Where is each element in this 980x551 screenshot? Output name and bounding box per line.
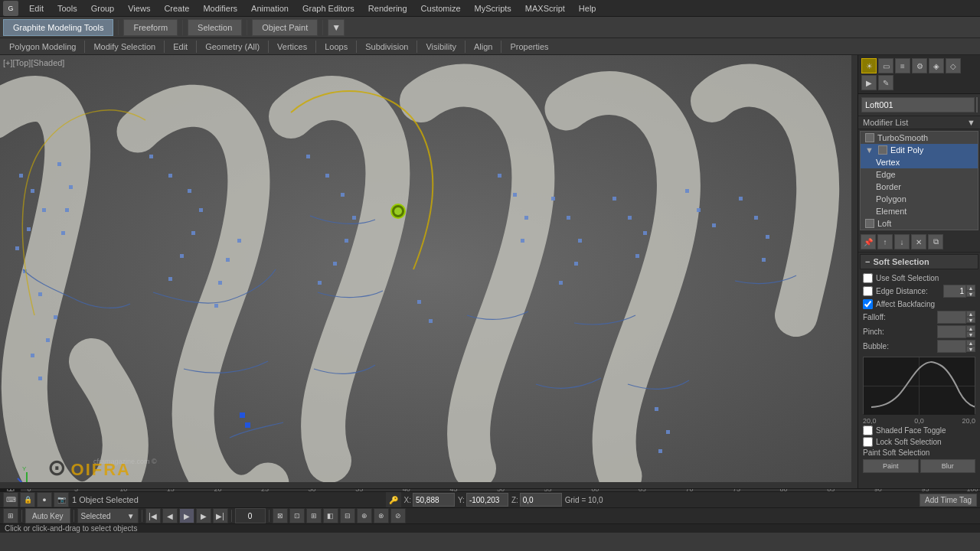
pinch-input[interactable]: 0,0 [937, 325, 966, 338]
timeline-track[interactable]: 0510152025303540455055606570758085909510… [21, 489, 980, 492]
object-paint-btn[interactable]: Object Paint [252, 19, 318, 36]
timeline[interactable]: ⊞ 05101520253035404550556065707580859095… [0, 489, 980, 492]
rp-icon-pencil[interactable]: ✎ [878, 75, 893, 90]
viewport-scrollbar-horizontal[interactable] [0, 482, 858, 488]
menu-edit[interactable]: Edit [23, 2, 50, 15]
menu-help[interactable]: Help [573, 2, 603, 15]
edge-distance-spin-up[interactable]: ▲ [966, 285, 975, 291]
tb2-properties[interactable]: Properties [504, 41, 554, 52]
rp-icon-sun[interactable]: ☀ [861, 58, 877, 73]
modifier-loft[interactable]: Loft [861, 217, 978, 230]
soft-selection-curve[interactable] [863, 357, 975, 414]
key-icon[interactable]: 🔑 [386, 492, 401, 507]
menu-animation[interactable]: Animation [245, 2, 295, 15]
transport-prev-frame[interactable]: ◀ [162, 508, 178, 523]
object-name-input[interactable]: Loft001 [861, 97, 975, 112]
status-icon-record[interactable]: ● [37, 492, 52, 507]
menu-group[interactable]: Group [85, 2, 121, 15]
subobj-border[interactable]: Border [861, 181, 978, 193]
menu-views[interactable]: Views [122, 2, 156, 15]
menu-maxscript[interactable]: MAXScript [519, 2, 571, 15]
menu-myscripts[interactable]: MyScripts [469, 2, 518, 15]
rp-icon-material[interactable]: ◇ [946, 58, 961, 73]
selection-btn[interactable]: Selection [188, 19, 242, 36]
tb2-subdivision[interactable]: Subdivision [359, 41, 414, 52]
edge-distance-input[interactable] [943, 285, 966, 298]
subobj-polygon[interactable]: Polygon [861, 193, 978, 205]
tb2-edit[interactable]: Edit [167, 41, 194, 52]
modifier-list-header[interactable]: Modifier List ▼ [858, 116, 980, 129]
mod-tool-pin[interactable]: 📌 [861, 234, 876, 249]
transport-go-end[interactable]: ▶| [213, 508, 228, 523]
mod-tool-copy[interactable]: ⧉ [928, 234, 943, 249]
subobj-element[interactable]: Element [861, 205, 978, 217]
status-icon-camera[interactable]: 📷 [54, 492, 69, 507]
pinch-spin-up[interactable]: ▲ [966, 325, 975, 331]
transport-mini5[interactable]: ⊟ [340, 508, 355, 523]
bubble-spin-up[interactable]: ▲ [966, 340, 975, 346]
falloff-spin-up[interactable]: ▲ [966, 311, 975, 317]
bubble-spin-down[interactable]: ▼ [966, 346, 975, 352]
menu-modifiers[interactable]: Modifiers [197, 2, 243, 15]
bubble-input[interactable]: 0,0 [937, 340, 966, 353]
menu-customize[interactable]: Customize [415, 2, 467, 15]
shaded-face-checkbox[interactable] [863, 425, 873, 435]
falloff-input[interactable]: 20,0 [937, 311, 966, 324]
transport-mini7[interactable]: ⊗ [374, 508, 389, 523]
transport-play[interactable]: ▶ [179, 508, 194, 523]
tb2-visibility[interactable]: Visibility [420, 41, 462, 52]
frame-number-input[interactable]: 0 [235, 508, 266, 523]
use-soft-selection-checkbox[interactable] [863, 273, 873, 283]
status-icon-lock[interactable]: 🔒 [20, 492, 35, 507]
transport-icon1[interactable]: ⊞ [3, 508, 18, 523]
rp-icon-render[interactable]: ▶ [861, 75, 877, 90]
selected-dropdown[interactable]: Selected ▼ [77, 508, 139, 523]
coord-z-input[interactable]: 0,0 [520, 493, 562, 507]
mod-tool-move-up[interactable]: ↑ [877, 234, 893, 249]
tb2-geometry-all[interactable]: Geometry (All) [199, 41, 266, 52]
subobj-vertex[interactable]: Vertex [861, 156, 978, 168]
affect-backfacing-checkbox[interactable] [863, 299, 873, 309]
viewport-scrollbar-vertical[interactable] [851, 55, 858, 482]
menu-rendering[interactable]: Rendering [362, 2, 413, 15]
menu-graph-editors[interactable]: Graph Editors [296, 2, 361, 15]
add-time-tag-btn[interactable]: Add Time Tag [920, 494, 977, 507]
edge-distance-checkbox[interactable] [863, 286, 873, 296]
rp-icon-display[interactable]: ▭ [878, 58, 893, 73]
transport-mini3[interactable]: ⊞ [306, 508, 322, 523]
modifier-editpoly[interactable]: ▼ Edit Poly [861, 144, 978, 156]
tb2-loops[interactable]: Loops [318, 41, 354, 52]
subobj-edge[interactable]: Edge [861, 168, 978, 181]
timeline-left-icon[interactable]: ⊞ [0, 489, 21, 492]
soft-selection-header[interactable]: − Soft Selection [860, 254, 978, 269]
tb2-vertices[interactable]: Vertices [271, 41, 313, 52]
viewport[interactable]: [+][Top][Shaded] [0, 55, 858, 488]
graphite-modeling-tools-btn[interactable]: Graphite Modeling Tools [3, 19, 113, 36]
paint-btn[interactable]: Paint [863, 459, 919, 473]
coord-x-input[interactable]: 50,888 [413, 493, 455, 507]
tb2-modify-selection[interactable]: Modify Selection [87, 41, 162, 52]
transport-mini2[interactable]: ⊡ [289, 508, 305, 523]
coord-y-input[interactable]: -100,203 [466, 493, 508, 507]
tb2-polygon-modeling[interactable]: Polygon Modeling [3, 41, 82, 52]
tb2-align[interactable]: Align [468, 41, 498, 52]
rp-icon-settings[interactable]: ⚙ [912, 58, 927, 73]
transport-next-frame[interactable]: ▶ [196, 508, 211, 523]
blur-btn[interactable]: Blur [920, 459, 976, 473]
rp-icon-camera[interactable]: ◈ [929, 58, 944, 73]
rp-icon-layers[interactable]: ≡ [895, 58, 910, 73]
edge-distance-spin-down[interactable]: ▼ [966, 291, 975, 297]
autokey-button[interactable]: Auto Key [25, 508, 70, 523]
menu-tools[interactable]: Tools [51, 2, 83, 15]
freeform-btn[interactable]: Freeform [123, 19, 178, 36]
transport-mini1[interactable]: ⊠ [273, 508, 288, 523]
menu-create[interactable]: Create [158, 2, 195, 15]
status-icon-key[interactable]: ⌨ [3, 492, 18, 507]
transport-mini4[interactable]: ◧ [323, 508, 338, 523]
toolbar1-extra-btn[interactable]: ▼ [328, 19, 345, 36]
pinch-spin-down[interactable]: ▼ [966, 331, 975, 337]
modifier-turbosmooth[interactable]: TurboSmooth [861, 132, 978, 144]
object-color-swatch[interactable] [976, 97, 978, 112]
transport-go-start[interactable]: |◀ [145, 508, 161, 523]
falloff-spin-down[interactable]: ▼ [966, 317, 975, 323]
